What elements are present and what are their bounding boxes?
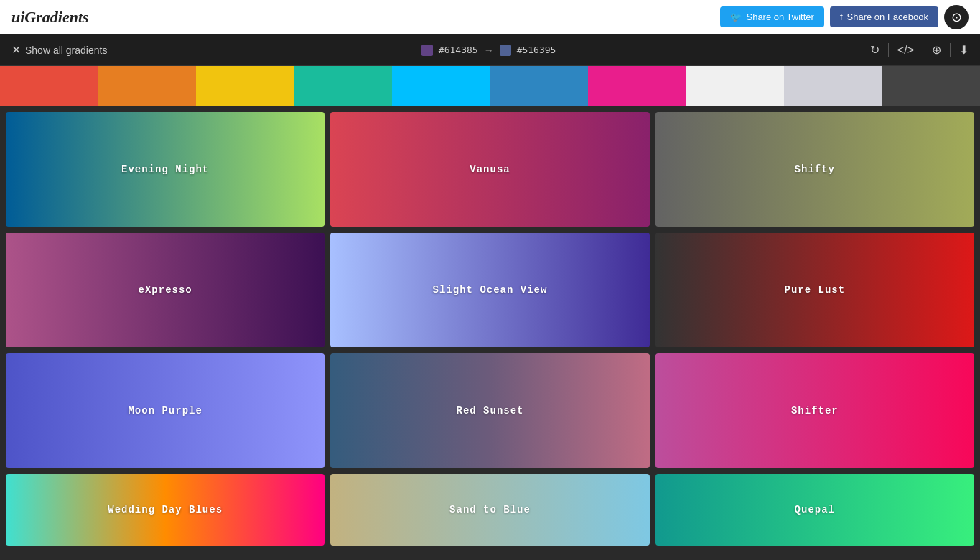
gradient-label-pure-lust: Pure Lust bbox=[785, 284, 846, 296]
facebook-icon: f bbox=[840, 11, 843, 22]
color-filter-pink[interactable] bbox=[588, 66, 686, 106]
add-icon: ⊕ bbox=[932, 43, 941, 57]
download-button[interactable]: ⬇ bbox=[959, 43, 969, 57]
logo: uiGradients bbox=[11, 8, 89, 27]
gradient-card-slight-ocean-view[interactable]: Slight Ocean View bbox=[330, 233, 649, 347]
header-actions: 🐦 Share on Twitter f Share on Facebook ⊙ bbox=[720, 5, 969, 29]
color2-swatch bbox=[500, 45, 511, 56]
color-filter-bar bbox=[0, 66, 980, 106]
show-all-gradients-button[interactable]: ✕ Show all gradients bbox=[11, 43, 107, 57]
gradient-card-pure-lust[interactable]: Pure Lust bbox=[655, 233, 974, 347]
gradient-label-evening-night: Evening Night bbox=[121, 164, 209, 175]
divider3 bbox=[950, 43, 951, 57]
color-filter-cyan[interactable] bbox=[392, 66, 490, 106]
color-filter-light-gray[interactable] bbox=[784, 66, 882, 106]
gradient-label-expresso: eXpresso bbox=[139, 284, 192, 296]
gradient-label-moon-purple: Moon Purple bbox=[128, 405, 202, 416]
divider2 bbox=[923, 43, 923, 57]
gradient-label-shifty: Shifty bbox=[795, 164, 835, 175]
toolbar-right: ↻ </> ⊕ ⬇ bbox=[870, 43, 969, 57]
share-facebook-label: Share on Facebook bbox=[847, 11, 928, 22]
refresh-icon: ↻ bbox=[870, 43, 879, 57]
color1-swatch bbox=[421, 45, 433, 56]
download-icon: ⬇ bbox=[959, 43, 969, 57]
gradient-grid: Evening NightVanusaShiftyeXpressoSlight … bbox=[0, 106, 980, 551]
share-facebook-button[interactable]: f Share on Facebook bbox=[830, 6, 938, 27]
gradient-card-shifty[interactable]: Shifty bbox=[655, 112, 974, 227]
gradient-label-vanusa: Vanusa bbox=[470, 164, 510, 175]
gradient-label-slight-ocean-view: Slight Ocean View bbox=[433, 284, 548, 296]
color-filter-teal[interactable] bbox=[294, 66, 393, 106]
gradient-card-expresso[interactable]: eXpresso bbox=[6, 233, 325, 347]
twitter-icon: 🐦 bbox=[730, 11, 742, 22]
color-filter-blue[interactable] bbox=[490, 66, 589, 106]
color-filter-orange[interactable] bbox=[98, 66, 197, 106]
code-button[interactable]: </> bbox=[897, 44, 914, 57]
color-codes: #614385 → #516395 bbox=[421, 45, 556, 56]
code-icon: </> bbox=[897, 44, 914, 57]
share-twitter-button[interactable]: 🐦 Share on Twitter bbox=[720, 6, 823, 27]
color2-code: #516395 bbox=[517, 45, 556, 55]
show-all-label: Show all gradients bbox=[25, 45, 107, 56]
toolbar-left: ✕ Show all gradients bbox=[11, 43, 107, 57]
color1-code: #614385 bbox=[439, 45, 478, 55]
gradient-card-red-sunset[interactable]: Red Sunset bbox=[330, 353, 649, 468]
refresh-button[interactable]: ↻ bbox=[870, 43, 879, 57]
gradient-label-shifter: Shifter bbox=[791, 405, 839, 416]
gradient-label-sand-to-blue: Sand to Blue bbox=[449, 504, 531, 515]
share-twitter-label: Share on Twitter bbox=[746, 11, 813, 22]
color-filter-red[interactable] bbox=[0, 66, 98, 106]
gradient-card-sand-to-blue[interactable]: Sand to Blue bbox=[330, 474, 649, 546]
github-icon: ⊙ bbox=[951, 9, 962, 25]
header: uiGradients 🐦 Share on Twitter f Share o… bbox=[0, 0, 980, 34]
gradient-card-evening-night[interactable]: Evening Night bbox=[6, 112, 325, 227]
toolbar: ✕ Show all gradients #614385 → #516395 ↻… bbox=[0, 34, 980, 66]
gradient-card-moon-purple[interactable]: Moon Purple bbox=[6, 353, 325, 468]
github-button[interactable]: ⊙ bbox=[944, 5, 969, 29]
color-filter-white[interactable] bbox=[686, 66, 785, 106]
color-filter-dark-gray[interactable] bbox=[882, 66, 981, 106]
add-button[interactable]: ⊕ bbox=[932, 43, 941, 57]
gradient-label-quepal: Quepal bbox=[795, 504, 835, 515]
gradient-card-quepal[interactable]: Quepal bbox=[655, 474, 974, 546]
gradient-label-wedding-day-blues: Wedding Day Blues bbox=[108, 504, 223, 515]
close-icon: ✕ bbox=[11, 43, 21, 57]
gradient-label-red-sunset: Red Sunset bbox=[456, 405, 523, 416]
gradient-card-wedding-day-blues[interactable]: Wedding Day Blues bbox=[6, 474, 325, 546]
arrow-separator: → bbox=[484, 45, 494, 56]
gradient-card-vanusa[interactable]: Vanusa bbox=[330, 112, 649, 227]
gradient-card-shifter[interactable]: Shifter bbox=[655, 353, 974, 468]
color-filter-yellow[interactable] bbox=[196, 66, 294, 106]
divider1 bbox=[888, 43, 889, 57]
